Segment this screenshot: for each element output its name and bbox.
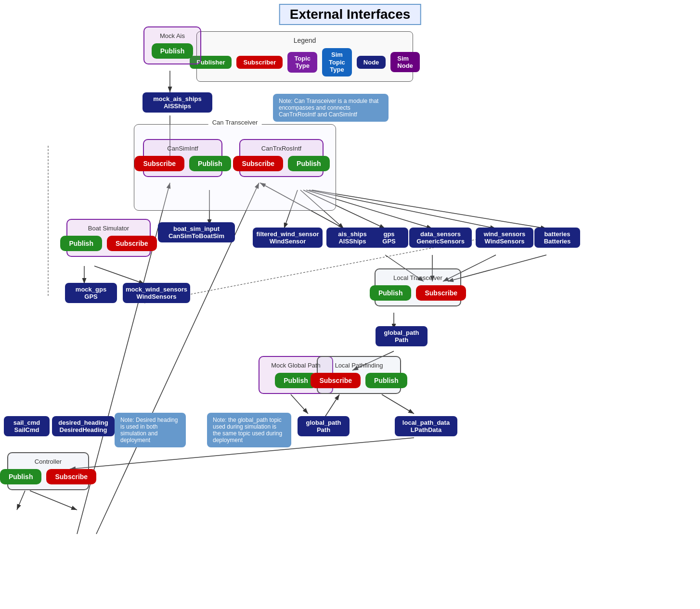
- topic-boat-sim-input-line1: boat_sim_input: [173, 225, 220, 232]
- can-sim-intf-subscribe-button[interactable]: Subscribe: [134, 156, 184, 171]
- svg-line-20: [291, 394, 308, 414]
- topic-ais-ships-line2: AISShips: [338, 238, 366, 245]
- controller-subscribe-button[interactable]: Subscribe: [46, 469, 96, 484]
- legend-sim-node: Sim Node: [390, 52, 420, 72]
- topic-boat-sim-input: boat_sim_input CanSimToBoatSim: [158, 222, 235, 242]
- topic-global-path-lt-line1: global_path: [384, 329, 419, 336]
- topic-mock-wind-sensors: mock_wind_sensors WindSensors: [123, 283, 190, 303]
- svg-line-12: [312, 190, 546, 228]
- mock-ais-publish-button[interactable]: Publish: [152, 43, 194, 59]
- module-mock-ais: Mock Ais Publish: [143, 26, 201, 64]
- topic-local-path-data: local_path_data LPathData: [395, 416, 457, 436]
- topic-mock-gps-line2: GPS: [84, 293, 97, 300]
- topic-mock-wind-sensors-line1: mock_wind_sensors: [126, 286, 187, 293]
- topic-wind-sensors-line1: wind_sensors: [484, 230, 526, 238]
- topic-data-sensors: data_sensors GenericSensors: [409, 228, 472, 248]
- topic-ais-ships-line1: ais_ships: [338, 230, 366, 238]
- legend-box: Legend Publisher Subscriber TopicType Si…: [196, 31, 413, 82]
- topic-data-sensors-line1: data_sensors: [420, 230, 461, 238]
- topic-mock-ais-ships: mock_ais_ships AISShips: [143, 92, 212, 113]
- legend-node: Node: [357, 56, 386, 69]
- module-local-transceiver: Local Transceiver Publish Subscribe: [375, 268, 461, 306]
- module-can-trx-ros-intf: CanTrxRosIntf Subscribe Publish: [239, 139, 324, 177]
- local-pathfinding-publish-button[interactable]: Publish: [365, 373, 407, 388]
- note-global-path: Note: the global_path topic used during …: [207, 413, 291, 447]
- local-pathfinding-subscribe-button[interactable]: Subscribe: [311, 373, 361, 388]
- topic-desired-heading-line2: DesiredHeading: [60, 426, 107, 433]
- topic-filtered-wind-sensor-line2: WindSensor: [270, 238, 306, 245]
- legend-items: Publisher Subscriber TopicType Sim Topic…: [190, 48, 420, 76]
- controller-publish-button[interactable]: Publish: [0, 469, 41, 484]
- topic-gps-line2: GPS: [382, 238, 395, 245]
- topic-desired-heading: desired_heading DesiredHeading: [52, 416, 115, 436]
- module-controller: Controller Publish Subscribe: [7, 452, 89, 490]
- topic-mock-wind-sensors-line2: WindSensors: [137, 293, 177, 300]
- container-can-transceiver: Can Transceiver CanSimIntf Subscribe Pub…: [134, 124, 336, 211]
- can-sim-intf-publish-button[interactable]: Publish: [189, 156, 231, 171]
- note-desired-heading: Note: Desired heading is used in both si…: [115, 413, 186, 447]
- svg-line-11: [309, 190, 496, 228]
- boat-simulator-publish-button[interactable]: Publish: [60, 236, 102, 251]
- topic-sail-cmd-line1: sail_cmd: [13, 419, 40, 426]
- note-can-transceiver: Note: Can Transceiver is a module that e…: [273, 94, 389, 122]
- topic-batteries-line2: Batteries: [544, 238, 571, 245]
- topic-filtered-wind-sensor: filtered_wind_sensor WindSensor: [253, 228, 323, 248]
- topic-filtered-wind-sensor-line1: filtered_wind_sensor: [256, 230, 319, 238]
- topic-mock-gps: mock_gps GPS: [65, 283, 117, 303]
- topic-data-sensors-line2: GenericSensors: [416, 238, 465, 245]
- can-trx-ros-intf-subscribe-button[interactable]: Subscribe: [233, 156, 283, 171]
- controller-label: Controller: [35, 458, 62, 465]
- topic-global-path-lt: global_path Path: [376, 326, 428, 346]
- can-trx-ros-intf-publish-button[interactable]: Publish: [288, 156, 330, 171]
- topic-global-path-lp: global_path Path: [298, 416, 350, 436]
- topic-local-path-data-line2: LPathData: [411, 426, 441, 433]
- topic-global-path-lp-line2: Path: [317, 426, 330, 433]
- boat-simulator-subscribe-button[interactable]: Subscribe: [107, 236, 157, 251]
- mock-global-path-label: Mock Global Path: [271, 362, 321, 369]
- page-title: External Interfaces: [279, 4, 421, 25]
- legend-sim-topic-type: Sim TopicType: [322, 48, 352, 76]
- legend-topic-type: TopicType: [287, 52, 317, 73]
- svg-line-21: [382, 394, 414, 414]
- topic-batteries-line1: batteries: [544, 230, 570, 238]
- svg-line-24: [17, 491, 25, 510]
- topic-mock-ais-ships-line1: mock_ais_ships: [153, 95, 201, 102]
- boat-simulator-label: Boat Simulator: [88, 225, 129, 232]
- topic-global-path-lp-line1: global_path: [306, 419, 341, 426]
- topic-mock-gps-line1: mock_gps: [76, 286, 106, 293]
- module-local-pathfinding: Local Pathfinding Subscribe Publish: [317, 356, 401, 394]
- svg-line-6: [94, 266, 144, 284]
- module-can-sim-intf: CanSimIntf Subscribe Publish: [143, 139, 222, 177]
- local-pathfinding-label: Local Pathfinding: [335, 362, 383, 369]
- topic-mock-ais-ships-line2: AISShips: [164, 102, 191, 110]
- topic-gps-line1: gps: [383, 230, 394, 238]
- can-trx-ros-intf-label: CanTrxRosIntf: [261, 145, 301, 152]
- legend-subscriber: Subscriber: [236, 56, 283, 69]
- topic-desired-heading-line1: desired_heading: [58, 419, 108, 426]
- topic-batteries: batteries Batteries: [534, 228, 580, 248]
- module-boat-simulator: Boat Simulator Publish Subscribe: [66, 219, 151, 257]
- topic-boat-sim-input-line2: CanSimToBoatSim: [169, 232, 224, 240]
- svg-line-25: [30, 491, 77, 510]
- can-sim-intf-label: CanSimIntf: [167, 145, 198, 152]
- svg-line-16: [448, 255, 546, 281]
- topic-global-path-lt-line2: Path: [395, 336, 408, 343]
- topic-local-path-data-line1: local_path_data: [402, 419, 450, 426]
- legend-title: Legend: [294, 37, 316, 44]
- mock-ais-label: Mock Ais: [160, 32, 185, 39]
- local-transceiver-subscribe-button[interactable]: Subscribe: [416, 285, 466, 301]
- local-transceiver-label: Local Transceiver: [393, 274, 442, 281]
- topic-sail-cmd: sail_cmd SailCmd: [4, 416, 50, 436]
- local-transceiver-publish-button[interactable]: Publish: [370, 285, 412, 301]
- can-transceiver-label: Can Transceiver: [208, 119, 262, 126]
- topic-sail-cmd-line2: SailCmd: [14, 426, 39, 433]
- topic-gps: gps GPS: [370, 228, 408, 248]
- topic-wind-sensors: wind_sensors WindSensors: [476, 228, 533, 248]
- topic-wind-sensors-line2: WindSensors: [485, 238, 525, 245]
